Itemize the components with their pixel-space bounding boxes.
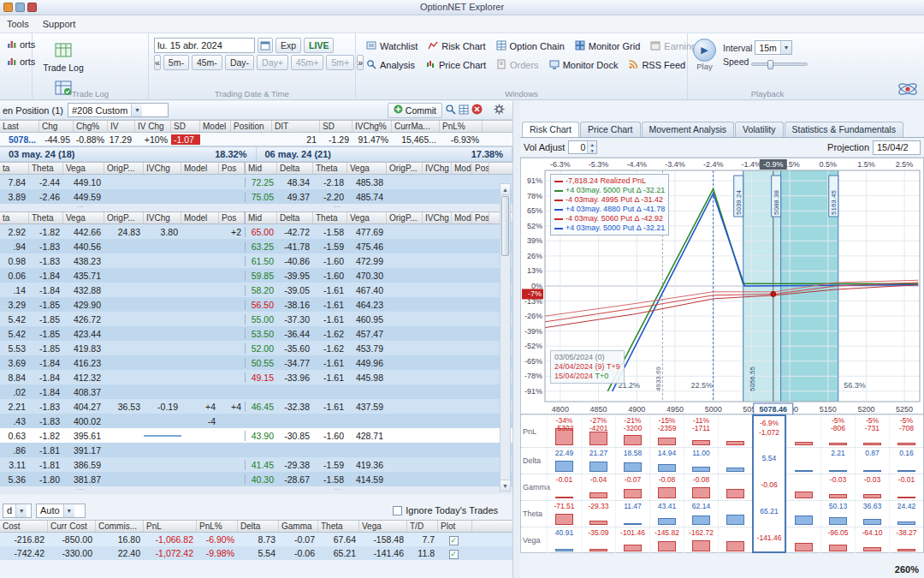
- chain-row[interactable]: .94-1.83440.5663.25-41.78-1.59475.46: [0, 239, 512, 253]
- plot-checkbox[interactable]: ✓: [449, 550, 459, 559]
- vol-adjust-spinner[interactable]: 0▲▼: [568, 140, 597, 154]
- search-icon[interactable]: [445, 104, 456, 116]
- play-button[interactable]: ▶: [693, 39, 716, 62]
- strip-cell: -34%-5302: [547, 415, 581, 447]
- ribbon-button-risk-chart[interactable]: Risk Chart: [423, 38, 490, 55]
- chain-row[interactable]: 2.92-1.82442.6624.833.80+265.00-42.72-1.…: [0, 224, 512, 239]
- close-icon[interactable]: [471, 104, 483, 116]
- chain-scrollbar[interactable]: ▲ ▼: [500, 183, 511, 492]
- chain-row[interactable]: .43-1.83400.02-4: [0, 414, 512, 428]
- tab-price-chart[interactable]: Price Chart: [580, 122, 641, 137]
- speed-slider[interactable]: [751, 63, 808, 66]
- expiry-header[interactable]: 06 may. 24 (21)17.38%: [257, 146, 513, 162]
- nav-45m-button[interactable]: 45m-: [192, 55, 222, 70]
- collapsed-rows-indicator[interactable]: ······: [0, 486, 512, 494]
- expiry-header[interactable]: 03 may. 24 (18)18.32%: [0, 146, 257, 162]
- projection-date-select[interactable]: 15/04/2: [873, 140, 921, 155]
- calendar-icon[interactable]: [258, 38, 273, 53]
- cell: 432.88: [63, 285, 104, 295]
- commit-button[interactable]: Commit: [388, 103, 442, 118]
- scrollbar-thumb[interactable]: [501, 196, 509, 256]
- spin-down-icon[interactable]: ▼: [588, 147, 596, 153]
- nav-day-button[interactable]: Day+: [257, 55, 288, 70]
- chain-row[interactable]: .86-1.81391.17: [0, 443, 512, 457]
- chain-row[interactable]: 5.42-1.85426.7255.00-37.30-1.61460.95: [0, 312, 512, 326]
- totals-row[interactable]: -216.82-850.0016.80-1,066.82-6.90%8.73-0…: [0, 533, 512, 546]
- menu-item-support[interactable]: Support: [43, 19, 76, 29]
- x-tick-label: 4850: [590, 405, 607, 414]
- summary-value: 21: [272, 134, 320, 145]
- strip-value: -5302: [548, 424, 581, 432]
- reports-button-1[interactable]: orts: [5, 36, 27, 53]
- ribbon-button-monitor-grid[interactable]: Monitor Grid: [570, 38, 646, 55]
- nav-5m-button[interactable]: 5m+: [326, 55, 354, 70]
- chain-row[interactable]: .02-1.84408.37: [0, 384, 512, 399]
- cell: 2.21: [0, 402, 29, 412]
- tab-movement-analysis[interactable]: Movement Analysis: [642, 122, 734, 137]
- cell: -37.30: [277, 314, 313, 325]
- ribbon-button-monitor-dock[interactable]: Monitor Dock: [544, 57, 624, 74]
- cell: -1.84: [29, 358, 63, 368]
- ignore-trades-checkbox[interactable]: [393, 506, 402, 515]
- chain-row[interactable]: 3.29-1.85429.9056.50-38.16-1.61464.23: [0, 297, 512, 312]
- play-label: Play: [693, 62, 716, 71]
- reports-button-2[interactable]: orts: [5, 53, 27, 70]
- chain-row[interactable]: 3.69-1.84416.2350.55-34.77-1.61449.96: [0, 355, 512, 370]
- chain-row[interactable]: 5.42-1.85423.4453.50-36.44-1.62457.47: [0, 326, 512, 341]
- totals-row[interactable]: -742.42-330.0022.40-1,072.42-9.98%5.54-0…: [0, 546, 512, 560]
- exp-button[interactable]: Exp: [275, 38, 301, 53]
- ribbon-button-analysis[interactable]: Analysis: [361, 57, 420, 74]
- strip-bar: [624, 523, 643, 525]
- y-tick-label: -91%: [524, 387, 542, 396]
- ribbon-button-option-chain[interactable]: Option Chain: [491, 38, 570, 55]
- chain-row[interactable]: 0.63-1.82395.6143.90-30.85-1.60428.71: [0, 428, 512, 443]
- collapsed-rows-indicator[interactable]: ······: [0, 204, 512, 212]
- nav-day-button[interactable]: Day-: [225, 55, 254, 70]
- tab-statistics-fundamentals[interactable]: Statistics & Fundamentals: [785, 122, 903, 137]
- cell: 56.50: [245, 300, 277, 310]
- chain-row[interactable]: .14-1.84432.8858.20-39.05-1.61467.40: [0, 283, 512, 297]
- chain-header: taThetaVegaOrigP...IVChgModelPosMidDelta…: [0, 162, 512, 175]
- trading-date-input[interactable]: lu. 15 abr. 2024: [154, 38, 255, 53]
- cell: 0.63: [0, 431, 29, 441]
- chain-row[interactable]: 8.84-1.84412.3249.15-33.96-1.61445.98: [0, 370, 512, 384]
- chain-row[interactable]: 0.98-1.83438.2361.50-40.86-1.60472.99: [0, 253, 512, 268]
- chain-row[interactable]: 7.84-2.44449.1072.2548.34-2.18485.38: [0, 175, 512, 189]
- y-tick-label: 91%: [527, 176, 542, 185]
- menu-item-tools[interactable]: Tools: [7, 19, 29, 29]
- chain-row[interactable]: 0.06-1.84435.7159.85-39.95-1.60470.30: [0, 268, 512, 283]
- chain-row[interactable]: 3.11-1.81386.5941.45-29.38-1.59419.36: [0, 457, 512, 472]
- chain-row[interactable]: 3.89-2.46449.5975.0549.37-2.20485.74: [0, 189, 512, 204]
- cell: -2.18: [313, 177, 347, 188]
- nav-5m-button[interactable]: 5m-: [163, 55, 189, 70]
- auto-select[interactable]: Auto▼: [36, 504, 86, 518]
- nav-back-icon[interactable]: «: [154, 55, 161, 70]
- totals-col-t-d: T/D: [407, 521, 438, 532]
- ribbon-button-price-chart[interactable]: Price Chart: [420, 57, 491, 74]
- chain-row[interactable]: 2.21-1.83404.2736.53-0.19+4+446.45-32.38…: [0, 399, 512, 414]
- display-mode-select[interactable]: d▼: [3, 504, 32, 518]
- tab-risk-chart[interactable]: Risk Chart: [522, 122, 579, 137]
- cell: ✓: [438, 534, 472, 545]
- ribbon-button-rss-feed[interactable]: RSS Feed: [623, 57, 690, 74]
- cell: -0.07: [279, 534, 318, 545]
- strip-cell: -21%-3200: [615, 415, 649, 447]
- scroll-up-icon[interactable]: ▲: [500, 184, 510, 195]
- nav-45m-button[interactable]: 45m+: [291, 55, 324, 70]
- trade-log-button[interactable]: Trade Log: [38, 36, 89, 79]
- chain-col-vega: Vega: [347, 163, 387, 174]
- scroll-down-icon[interactable]: ▼: [500, 480, 510, 491]
- gear-icon[interactable]: [494, 104, 505, 116]
- spin-up-icon[interactable]: ▲: [588, 141, 596, 147]
- live-button[interactable]: LIVE: [304, 38, 334, 53]
- tab-volatility[interactable]: Volatility: [735, 122, 784, 137]
- chain-row[interactable]: 5.36-1.80381.8740.30-28.67-1.58414.59: [0, 472, 512, 486]
- plot-checkbox[interactable]: ✓: [449, 536, 459, 545]
- speed-slider-thumb[interactable]: [767, 60, 773, 69]
- grid-view-icon[interactable]: [459, 104, 469, 116]
- ribbon-button-watchlist[interactable]: Watchlist: [361, 38, 423, 55]
- position-selector[interactable]: #208 Custom▼: [68, 103, 169, 117]
- ribbon-button-orders[interactable]: Orders: [491, 57, 544, 74]
- chain-row[interactable]: 5.53-1.85419.8352.00-35.60-1.62453.79: [0, 341, 512, 355]
- interval-select[interactable]: 15m▼: [755, 40, 791, 55]
